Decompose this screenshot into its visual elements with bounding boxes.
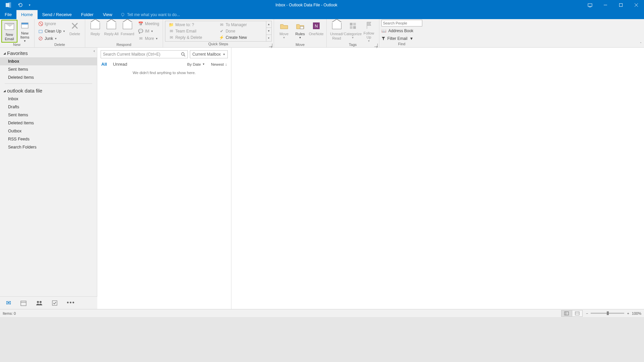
move-button[interactable]: Move▼ <box>276 20 292 43</box>
qs-team-email[interactable]: ✉Team Email <box>167 28 214 34</box>
unread-read-button[interactable]: Unread/ Read <box>329 20 345 43</box>
address-book-icon: 📖 <box>381 28 386 33</box>
nav-people-icon[interactable] <box>36 300 43 306</box>
qs-scroll-up[interactable]: ▲ <box>266 21 271 28</box>
forward-button[interactable]: Forward <box>119 20 136 43</box>
tab-view[interactable]: View <box>98 10 117 19</box>
qs-to-manager[interactable]: ✉To Manager <box>218 22 264 28</box>
tell-me-placeholder: Tell me what you want to do... <box>127 12 180 17</box>
svg-rect-1 <box>8 2 11 8</box>
view-reading-icon[interactable] <box>572 310 583 317</box>
qs-expand[interactable]: ▾ <box>266 35 271 41</box>
zoom-slider[interactable] <box>591 313 624 314</box>
tags-launcher-icon[interactable] <box>374 44 378 47</box>
svg-rect-19 <box>350 23 353 25</box>
nav-mail-icon[interactable]: ✉ <box>6 299 11 307</box>
rules-button[interactable]: Rules▼ <box>292 20 308 43</box>
cleanup-button[interactable]: Clean Up▼ <box>37 28 67 35</box>
window-title: Inbox - Outlook Data File - Outlook <box>31 3 582 7</box>
reply-delete-icon: ✉ <box>169 35 174 40</box>
minimize-button[interactable] <box>598 0 613 10</box>
tab-folder[interactable]: Folder <box>76 10 98 19</box>
team-email-icon: ✉ <box>169 28 174 34</box>
nav-tasks-icon[interactable] <box>52 300 57 306</box>
search-icon[interactable] <box>181 52 185 57</box>
maximize-button[interactable] <box>613 0 629 10</box>
tab-home[interactable]: Home <box>16 10 38 19</box>
nav-calendar-icon[interactable] <box>20 300 26 306</box>
address-book-button[interactable]: 📖Address Book <box>381 27 422 34</box>
svg-text:N: N <box>315 23 318 28</box>
undo-icon[interactable] <box>17 2 23 8</box>
categorize-button[interactable]: Categorize▼ <box>345 20 361 43</box>
meeting-button[interactable]: 📅Meeting <box>137 20 161 27</box>
qs-reply-delete[interactable]: ✉Reply & Delete <box>167 35 214 41</box>
folder-search-folders[interactable]: Search Folders <box>0 143 97 151</box>
collapse-ribbon-icon[interactable]: ˆ <box>640 42 641 46</box>
folder-deleted-items[interactable]: Deleted Items <box>0 119 97 127</box>
folder-drafts[interactable]: Drafts <box>0 103 97 111</box>
new-items-button[interactable]: New Items ▼ <box>17 20 32 43</box>
quick-steps-gallery[interactable]: 📁Move to: ? ✉Team Email ✉Reply & Delete … <box>165 21 272 42</box>
search-mailbox-input[interactable]: Search Current Mailbox (Ctrl+E) <box>101 50 188 58</box>
move-folder-icon <box>279 20 289 31</box>
folder-outbox[interactable]: Outbox <box>0 127 97 135</box>
tab-send-receive[interactable]: Send / Receive <box>38 10 76 19</box>
categorize-icon <box>347 20 358 31</box>
folder-sent-items[interactable]: Sent Items <box>0 111 97 119</box>
reply-button[interactable]: Reply <box>87 20 103 43</box>
svg-line-13 <box>39 37 42 40</box>
datafile-header[interactable]: ◢outlook data file <box>0 86 97 95</box>
status-bar: Items: 0 − + 100% <box>0 309 644 317</box>
nav-more-icon[interactable]: ••• <box>67 299 75 306</box>
search-scope-dropdown[interactable]: Current Mailbox▼ <box>190 50 228 58</box>
collapse-tri-icon: ◢ <box>3 52 6 55</box>
filter-unread[interactable]: Unread <box>113 62 127 67</box>
search-people-input[interactable] <box>381 20 422 26</box>
junk-button[interactable]: Junk▼ <box>37 35 67 42</box>
favorites-sent-items[interactable]: Sent Items <box>0 65 97 73</box>
respond-more-button[interactable]: ✉More▼ <box>137 35 161 42</box>
qs-move-to[interactable]: 📁Move to: ? <box>167 22 214 28</box>
group-label-delete: Delete <box>37 43 83 47</box>
im-button[interactable]: 💬IM▼ <box>137 28 161 35</box>
sort-by-date[interactable]: By Date▼ <box>187 62 205 66</box>
zoom-out-button[interactable]: − <box>586 311 588 315</box>
qs-create-new[interactable]: ⚡Create New <box>218 35 264 41</box>
tell-me-search[interactable]: Tell me what you want to do... <box>117 10 183 19</box>
qat-customize-icon[interactable]: ▾ <box>29 3 31 7</box>
sort-newest[interactable]: Newest↓ <box>211 62 227 66</box>
meeting-icon: 📅 <box>138 21 144 26</box>
zoom-level: 100% <box>632 311 641 315</box>
svg-rect-4 <box>620 4 623 7</box>
arrow-down-icon: ↓ <box>225 62 227 66</box>
filter-email-button[interactable]: Filter Email▼ <box>381 35 422 42</box>
folder-rss-feeds[interactable]: RSS Feeds <box>0 135 97 143</box>
qs-scroll-down[interactable]: ▼ <box>266 28 271 35</box>
folder-inbox[interactable]: Inbox <box>0 95 97 103</box>
quicksteps-launcher-icon[interactable] <box>269 44 272 47</box>
close-button[interactable] <box>629 0 644 10</box>
delete-button[interactable]: Delete <box>67 20 83 43</box>
follow-up-button[interactable]: Follow Up▼ <box>361 20 377 43</box>
ribbon-display-options-icon[interactable] <box>582 0 598 10</box>
new-email-button[interactable]: New Email <box>1 20 17 43</box>
reply-all-button[interactable]: Reply All <box>103 20 119 43</box>
done-icon: ✔ <box>219 28 224 34</box>
qs-done[interactable]: ✔Done <box>218 28 264 34</box>
tab-file[interactable]: File <box>0 10 16 19</box>
reading-pane <box>231 48 644 309</box>
favorites-header[interactable]: ◢Favorites <box>0 48 97 57</box>
onenote-button[interactable]: NOneNote <box>308 20 324 43</box>
ignore-button[interactable]: 🚫Ignore <box>37 20 67 27</box>
svg-rect-22 <box>353 26 356 29</box>
svg-point-26 <box>40 301 42 303</box>
zoom-in-button[interactable]: + <box>627 311 629 315</box>
favorites-deleted-items[interactable]: Deleted Items <box>0 73 97 81</box>
collapse-folder-pane-icon[interactable]: ‹ <box>94 48 95 53</box>
unread-read-icon <box>331 20 342 31</box>
favorites-inbox[interactable]: Inbox <box>0 57 97 65</box>
filter-all[interactable]: All <box>101 62 107 67</box>
main-area: ‹ ◢Favorites Inbox Sent Items Deleted It… <box>0 48 644 309</box>
view-normal-icon[interactable] <box>561 310 572 317</box>
